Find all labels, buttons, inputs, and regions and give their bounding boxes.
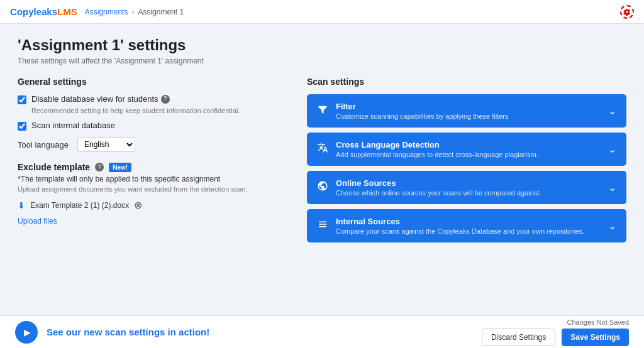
- breadcrumb: Assignments › Assignment 1: [85, 8, 184, 16]
- disable-db-help-icon[interactable]: ?: [161, 95, 170, 104]
- page-subtitle: These settings will affect the 'Assignme…: [18, 57, 626, 65]
- cross-language-card-desc: Add supplemental languages to detect cro…: [336, 151, 608, 158]
- promo-text: See our new scan settings in action!: [47, 327, 209, 337]
- main-content: 'Assignment 1' settings These settings w…: [0, 24, 644, 315]
- internal-sources-card-title: Internal Sources: [336, 217, 608, 226]
- filter-icon: [317, 104, 328, 118]
- exclude-desc: Upload assignment documents you want exc…: [18, 185, 282, 193]
- exclude-warning: *The template will only be applied to th…: [18, 175, 282, 183]
- logo-copyleaks: Copyleaks: [10, 6, 57, 17]
- left-column: General settings Disable database view f…: [18, 77, 282, 247]
- filter-card[interactable]: Filter Customize scanning capabilities b…: [307, 94, 626, 128]
- file-name: Exam Template 2 (1) (2).docx: [30, 201, 129, 210]
- filter-card-text: Filter Customize scanning capabilities b…: [336, 102, 608, 120]
- filter-card-chevron: ⌄: [608, 105, 616, 117]
- nav-right: [620, 5, 634, 19]
- file-row: ⬇ Exam Template 2 (1) (2).docx ⊗: [18, 199, 282, 211]
- online-sources-card-chevron: ⌄: [608, 182, 616, 193]
- disable-db-desc: Recommended setting to help keep student…: [31, 107, 282, 114]
- disable-db-row: Disable database view for students ?: [18, 94, 282, 104]
- translate-icon: [317, 142, 328, 156]
- remove-file-icon[interactable]: ⊗: [134, 199, 142, 211]
- download-icon: ⬇: [18, 200, 25, 210]
- cross-language-card-chevron: ⌄: [608, 143, 616, 155]
- tool-language-row: Tool language English Hebrew Spanish Fre…: [18, 137, 282, 152]
- tool-language-label: Tool language: [18, 140, 71, 150]
- scan-settings-title: Scan settings: [307, 77, 626, 87]
- logo-lms: LMS: [57, 6, 77, 17]
- internal-sources-card-desc: Compare your scans against the Copyleaks…: [336, 227, 608, 235]
- breadcrumb-current: Assignment 1: [138, 8, 184, 16]
- disable-db-checkbox[interactable]: [18, 95, 26, 104]
- new-badge: New!: [109, 163, 131, 172]
- cross-language-card-title: Cross Language Detection: [336, 140, 608, 150]
- internal-sources-card[interactable]: Internal Sources Compare your scans agai…: [307, 209, 626, 242]
- internal-sources-card-chevron: ⌄: [608, 220, 616, 232]
- cross-language-card[interactable]: Cross Language Detection Add supplementa…: [307, 133, 626, 166]
- database-icon: [317, 219, 328, 233]
- upload-files-link[interactable]: Upload files: [18, 217, 57, 226]
- filter-card-title: Filter: [336, 102, 608, 111]
- discard-settings-button[interactable]: Discard Settings: [482, 329, 555, 346]
- exclude-template-help-icon[interactable]: ?: [95, 163, 104, 171]
- disable-db-label: Disable database view for students ?: [31, 94, 170, 104]
- promo-area: See our new scan settings in action!: [15, 321, 209, 344]
- right-column: Scan settings Filter Customize scanning …: [307, 77, 626, 247]
- two-col-layout: General settings Disable database view f…: [18, 77, 626, 247]
- exclude-template-header: Exclude template ? New!: [18, 162, 282, 172]
- online-sources-card-text: Online Sources Choose which online sourc…: [336, 178, 608, 197]
- scan-internal-row: Scan internal database: [18, 121, 282, 131]
- bottom-bar: See our new scan settings in action! Cha…: [0, 315, 644, 348]
- online-sources-card[interactable]: Online Sources Choose which online sourc…: [307, 171, 626, 204]
- online-sources-card-desc: Choose which online sources your scans w…: [336, 189, 608, 197]
- online-sources-card-title: Online Sources: [336, 178, 608, 188]
- page-title: 'Assignment 1' settings: [18, 36, 626, 54]
- breadcrumb-separator: ›: [131, 8, 134, 16]
- internal-sources-card-text: Internal Sources Compare your scans agai…: [336, 217, 608, 235]
- bottom-right: Changes Not Saved Discard Settings Save …: [482, 318, 629, 346]
- bottom-actions: Discard Settings Save Settings: [482, 329, 629, 346]
- cross-language-card-text: Cross Language Detection Add supplementa…: [336, 140, 608, 158]
- settings-icon[interactable]: [620, 5, 634, 19]
- tool-language-select[interactable]: English Hebrew Spanish French German: [77, 137, 135, 152]
- globe-icon: [317, 180, 328, 195]
- breadcrumb-assignments[interactable]: Assignments: [85, 8, 128, 16]
- exclude-template-title: Exclude template: [18, 162, 90, 172]
- save-settings-button[interactable]: Save Settings: [562, 329, 629, 346]
- top-nav: Copyleaks LMS Assignments › Assignment 1: [0, 0, 644, 24]
- scan-internal-checkbox[interactable]: [18, 122, 26, 131]
- general-settings-title: General settings: [18, 77, 282, 87]
- scan-internal-label: Scan internal database: [31, 121, 115, 130]
- changes-label: Changes Not Saved: [567, 318, 629, 326]
- play-button[interactable]: [15, 321, 38, 344]
- filter-card-desc: Customize scanning capabilities by apply…: [336, 112, 608, 120]
- logo-area: Copyleaks LMS: [10, 6, 85, 17]
